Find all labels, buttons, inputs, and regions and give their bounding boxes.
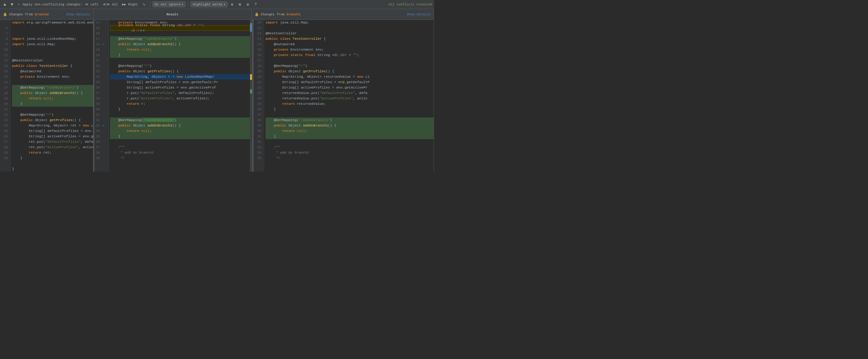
center-scroll[interactable] [250,20,252,172]
list-item: return null; [12,96,93,101]
list-item [266,139,434,144]
up-arrow-btn[interactable]: ▲ [2,1,8,7]
conflicts-resolved-label: All conflicts resolved [389,3,432,6]
list-item [12,53,93,58]
left-panel: 6 7 8 9 10 11 12 13 14 15 16 17 18 19 20… [0,20,93,172]
list-item [266,161,434,166]
list-item: import java.util.Map; [266,20,434,25]
left-lock-icon: 🔒 [3,12,7,16]
center-code-area[interactable]: 14 15 16 17 18 19 20 21 22 23 24 25 26 2… [94,20,252,172]
list-item: */ [110,155,250,161]
list-item: return r; [110,101,250,107]
diff-settings-icon[interactable]: ⚙ [244,1,251,8]
list-item: } [110,107,250,112]
right-lock-icon: 🔒 [255,12,259,16]
list-item: return null; [266,128,434,134]
toolbar: ▲ ▼ ⚡ Apply non-conflicting changes: ≪ L… [0,0,434,9]
list-item: public class TestController { [266,36,434,41]
highlight-words-dropdown[interactable]: Highlight words ▾ [190,1,227,7]
left-show-details-link[interactable]: Show Details [66,13,90,16]
grid-icon[interactable]: ⊞ [237,1,243,8]
left-code-content: import org.springframework.web.bind.anno… [11,20,93,172]
right-show-details-link[interactable]: Show Details [407,13,431,16]
list-item: private static final String ABC_DEF = ""… [266,53,434,58]
center-panel: 14 15 16 17 18 19 20 21 22 23 24 25 26 2… [94,20,253,172]
apply-left-btn[interactable]: ≪ Left [84,2,100,7]
left-pane-header: 🔒 Changes from branch2 Show Details [0,9,93,20]
list-item: } [12,166,93,172]
list-item: String[] defaultProfiles = env.getDefaul… [266,79,434,85]
list-item [12,47,93,53]
list-item: String[] defaultProfiles = env.getDefau [12,128,93,134]
dropdown-arrow-2: ▾ [223,2,225,6]
list-item: private Environment env; [12,74,93,79]
list-item: ret.put("activeProfiles", activeProfile [12,144,93,150]
list-item: @GetMapping("/addByBranch2") [12,85,93,90]
magic-icon: ⚡ [18,2,20,6]
list-item [12,79,93,85]
apply-left-label: ≪ Left [85,2,98,6]
list-item: import java.util.LinkedHashMap; [12,36,93,41]
settings-icon[interactable]: ⚙ [229,1,236,8]
center-code-content: private Environment env; private static … [109,20,250,172]
apply-label: Apply non-conflicting changes: [23,3,82,6]
list-item: public Object addOnBranch1() { [266,123,434,128]
list-item: @GetMapping("/addOnBranch1") [110,118,250,123]
list-item: @Autowired [266,41,434,47]
list-item [110,112,250,118]
list-item: return null; [110,128,250,134]
list-item [110,139,250,144]
scroll-thumb [250,23,252,32]
apply-right-btn[interactable]: ▶▶ Right [121,2,140,7]
right-code-content: import java.util.Map; @RestController pu… [264,20,434,172]
list-item: public Object addByBranch2() { [12,90,93,96]
right-line-numbers: 10 11 12 13 14 15 16 17 18 19 20 21 22 2… [253,20,264,172]
list-item: import java.util.Map; [12,41,93,47]
list-item: public Object getProfiles() { [266,69,434,74]
list-item: private Environment env; [266,47,434,53]
center-pane-header: Result [93,9,252,20]
list-item: return ret; [12,150,93,155]
right-panel: 10 11 12 13 14 15 16 17 18 19 20 21 22 2… [253,20,434,172]
list-item: String[] activeProfiles = env.getActiveP… [266,85,434,90]
list-item [12,25,93,31]
list-item: import org.springframework.web.bind.anno… [12,20,93,25]
down-arrow-btn[interactable]: ▼ [9,1,15,7]
list-item: /** [110,144,250,150]
list-item: returnedValue.put("activeProfiles", acti… [266,96,434,101]
dropdown-arrow-1: ▾ [181,2,184,6]
highlight-words-label: Highlight words [193,3,222,6]
apply-all-btn[interactable]: ≪≫ All [101,2,119,7]
list-item: public class TestController { [12,63,93,69]
pencil-icon[interactable]: ✎ [141,1,147,8]
list-item: public Object addByBranch2() { [110,41,250,47]
panels: 6 7 8 9 10 11 12 13 14 15 16 17 18 19 20… [0,20,434,172]
right-code-area[interactable]: 10 11 12 13 14 15 16 17 18 19 20 21 22 2… [253,20,434,172]
accept-icon-18[interactable]: ✓ [102,41,108,47]
help-icon[interactable]: ? [252,1,259,8]
list-item: return returnedValue; [266,101,434,107]
do-not-ignore-dropdown[interactable]: Do not ignore ▾ [153,1,185,7]
list-item: @RestController [12,58,93,63]
conflict-marker [250,74,252,80]
list-item: } [266,107,434,112]
do-not-ignore-label: Do not ignore [155,3,181,6]
accept-icon-33[interactable]: ✓ [102,123,108,128]
list-item: ret.put("defaultProfiles", defaultProfi [12,139,93,144]
left-code-area[interactable]: 6 7 8 9 10 11 12 13 14 15 16 17 18 19 20… [0,20,93,172]
magic-resolve-btn[interactable]: ⚡ [16,2,22,7]
list-item: Map<String, Object> returnedValue = new … [266,74,434,79]
left-pane-title: Changes from branch2 [9,13,49,16]
pane-headers: 🔒 Changes from branch2 Show Details Resu… [0,9,434,20]
list-item [110,31,250,36]
list-item: } [110,134,250,139]
list-item: * add by branch1 [266,150,434,155]
list-item [12,107,93,112]
list-item: r.put("activeProfiles", activeProfiles); [110,96,250,101]
list-item: private static final String ABC_DEF = ""… [110,25,250,31]
list-item: @GetMapping("/addOnBranch1") [266,118,434,123]
list-item [12,161,93,166]
list-item: } [266,134,434,139]
list-item: returnedValue.put("defaultProfiles", def… [266,90,434,96]
right-pane-title: Changes from branch1 [261,13,301,16]
